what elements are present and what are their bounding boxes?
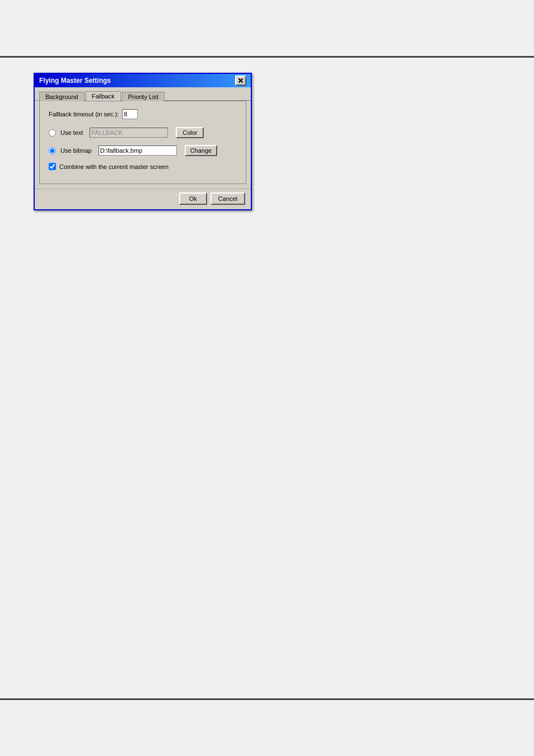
combine-checkbox[interactable] bbox=[49, 163, 56, 170]
tab-bar: Background Fallback Priority List bbox=[35, 87, 251, 101]
combine-label: Combine with the current master screen bbox=[59, 163, 168, 170]
cancel-button[interactable]: Cancel bbox=[210, 192, 245, 205]
use-bitmap-row: Use bitmap Change bbox=[49, 145, 237, 156]
use-bitmap-label: Use bitmap bbox=[60, 147, 92, 154]
dialog-title: Flying Master Settings bbox=[39, 77, 111, 84]
tab-fallback[interactable]: Fallback bbox=[86, 91, 121, 101]
combine-row: Combine with the current master screen bbox=[49, 163, 237, 170]
timeout-input[interactable] bbox=[122, 109, 138, 119]
flying-master-settings-dialog: Flying Master Settings Background Fallba… bbox=[34, 73, 252, 210]
change-button[interactable]: Change bbox=[185, 145, 218, 156]
tab-background[interactable]: Background bbox=[39, 92, 85, 101]
use-text-label: Use text bbox=[60, 129, 83, 136]
timeout-label: Fallback timeout (in sec.): bbox=[49, 111, 119, 118]
top-rule bbox=[0, 56, 534, 58]
ok-button[interactable]: Ok bbox=[179, 192, 207, 205]
timeout-row: Fallback timeout (in sec.): bbox=[49, 109, 237, 119]
bottom-rule bbox=[0, 698, 534, 700]
tab-content: Fallback timeout (in sec.): Use text Col… bbox=[39, 101, 246, 184]
title-bar: Flying Master Settings bbox=[35, 74, 251, 87]
bitmap-path-field[interactable] bbox=[99, 145, 177, 156]
color-button[interactable]: Color bbox=[176, 127, 204, 138]
close-button[interactable] bbox=[235, 76, 246, 86]
text-field[interactable] bbox=[90, 128, 168, 138]
use-bitmap-radio[interactable] bbox=[49, 147, 56, 154]
use-text-radio[interactable] bbox=[49, 129, 56, 137]
close-icon bbox=[238, 78, 243, 83]
tab-priority-list[interactable]: Priority List bbox=[122, 92, 165, 101]
button-bar: Ok Cancel bbox=[35, 189, 251, 209]
use-text-row: Use text Color bbox=[49, 127, 237, 138]
